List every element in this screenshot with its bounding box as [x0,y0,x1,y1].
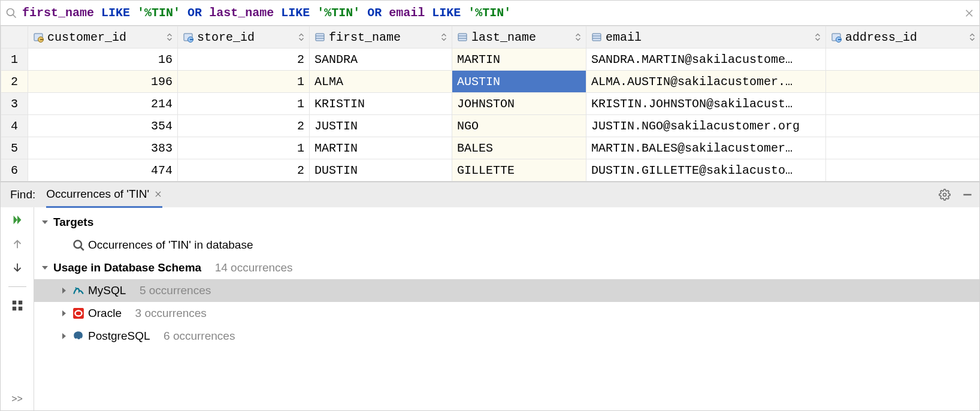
twisty-down-icon[interactable] [40,217,50,227]
column-pk-icon [33,32,44,43]
cell-store_id[interactable]: 2 [178,115,310,137]
sort-icon[interactable] [574,33,582,41]
table-row[interactable]: 53831MARTINBALESMARTIN.BALES@sakilacusto… [1,137,980,159]
cell-address_id[interactable] [826,71,980,93]
column-fk-icon [183,32,193,43]
search-icon [72,239,84,251]
cell-last_name[interactable]: GILLETTE [452,159,586,182]
tree-usage[interactable]: Usage in Database Schema 14 occurrences [34,256,979,279]
column-header-address_id[interactable]: address_id [826,26,980,49]
cell-last_name[interactable]: BALES [452,137,586,159]
row-number-header [1,26,28,49]
cell-store_id[interactable]: 1 [178,137,310,159]
cell-customer_id[interactable]: 16 [28,49,178,71]
cell-address_id[interactable] [826,115,980,137]
column-header-email[interactable]: email [586,26,826,49]
row-number[interactable]: 4 [1,115,28,137]
cell-store_id[interactable]: 1 [178,71,310,93]
cell-email[interactable]: MARTIN.BALES@sakilacustomer… [586,137,826,159]
table-row[interactable]: 64742DUSTINGILLETTEDUSTIN.GILLETTE@sakil… [1,159,980,182]
cell-last_name[interactable]: MARTIN [452,49,586,71]
svg-rect-10 [12,307,16,310]
cell-email[interactable]: DUSTIN.GILLETTE@sakilacusto… [586,159,826,182]
tree-targets[interactable]: Targets [34,211,979,234]
cell-store_id[interactable]: 2 [178,49,310,71]
cell-customer_id[interactable]: 383 [28,137,178,159]
minimize-icon[interactable] [961,189,973,201]
table-row[interactable]: 43542JUSTINNGOJUSTIN.NGO@sakilacustomer.… [1,115,980,137]
column-col-icon [314,32,325,43]
row-number[interactable]: 3 [1,93,28,115]
column-name: first_name [329,31,401,44]
column-header-customer_id[interactable]: customer_id [28,26,178,49]
sort-icon[interactable] [968,33,976,41]
group-icon[interactable] [11,299,24,312]
cell-first_name[interactable]: SANDRA [310,49,452,71]
twisty-right-icon[interactable] [59,309,69,318]
cell-first_name[interactable]: KRISTIN [310,93,452,115]
tree-db-mysql[interactable]: MySQL 5 occurrences [34,279,979,302]
filter-bar: first_name LIKE '%TIN' OR last_name LIKE… [1,1,979,26]
cell-first_name[interactable]: JUSTIN [310,115,452,137]
cell-customer_id[interactable]: 354 [28,115,178,137]
close-icon[interactable] [154,190,162,198]
table-row[interactable]: 1162SANDRAMARTINSANDRA.MARTIN@sakilacust… [1,49,980,71]
tab-occurrences[interactable]: Occurrences of 'TIN' [46,183,162,208]
row-number[interactable]: 2 [1,71,28,93]
cell-address_id[interactable] [826,137,980,159]
svg-rect-8 [12,301,16,304]
twisty-right-icon[interactable] [59,286,69,295]
tree-targets-sub[interactable]: Occurrences of 'TIN' in database [34,234,979,256]
cell-email[interactable]: SANDRA.MARTIN@sakilacustome… [586,49,826,71]
up-arrow-icon[interactable] [11,237,24,250]
row-number[interactable]: 5 [1,137,28,159]
filter-expression[interactable]: first_name LIKE '%TIN' OR last_name LIKE… [22,6,959,20]
find-label: Find: [10,188,35,201]
table-row[interactable]: 32141KRISTINJOHNSTONKRISTIN.JOHNSTON@sak… [1,93,980,115]
svg-rect-9 [18,301,22,304]
column-name: email [606,31,642,44]
column-col-icon [457,32,468,43]
row-number[interactable]: 1 [1,49,28,71]
column-header-store_id[interactable]: store_id [178,26,310,49]
postgres-icon [72,330,84,342]
sort-icon[interactable] [440,33,448,41]
find-tree[interactable]: TargetsOccurrences of 'TIN' in databaseU… [34,207,979,410]
tree-db-oracle[interactable]: Oracle 3 occurrences [34,302,979,325]
cell-address_id[interactable] [826,159,980,182]
twisty-right-icon[interactable] [59,331,69,341]
cell-email[interactable]: JUSTIN.NGO@sakilacustomer.org [586,115,826,137]
cell-first_name[interactable]: MARTIN [310,137,452,159]
cell-customer_id[interactable]: 196 [28,71,178,93]
run-icon[interactable] [11,213,24,226]
column-name: customer_id [47,31,126,44]
row-number[interactable]: 6 [1,159,28,182]
cell-last_name[interactable]: NGO [452,115,586,137]
more-button[interactable]: >> [11,394,23,404]
column-name: address_id [845,31,917,44]
cell-customer_id[interactable]: 474 [28,159,178,182]
cell-email[interactable]: ALMA.AUSTIN@sakilacustomer.… [586,71,826,93]
cell-last_name[interactable]: JOHNSTON [452,93,586,115]
table-row[interactable]: 21961ALMAAUSTINALMA.AUSTIN@sakilacustome… [1,71,980,93]
close-icon[interactable] [964,8,975,19]
cell-customer_id[interactable]: 214 [28,93,178,115]
cell-address_id[interactable] [826,93,980,115]
cell-store_id[interactable]: 1 [178,93,310,115]
column-name: store_id [197,31,255,44]
tree-db-postgres[interactable]: PostgreSQL 6 occurrences [34,325,979,347]
column-header-last_name[interactable]: last_name [452,26,586,49]
down-arrow-icon[interactable] [11,261,24,274]
sort-icon[interactable] [165,33,174,41]
gear-icon[interactable] [939,189,951,201]
cell-email[interactable]: KRISTIN.JOHNSTON@sakilacust… [586,93,826,115]
sort-icon[interactable] [297,33,306,41]
cell-store_id[interactable]: 2 [178,159,310,182]
cell-first_name[interactable]: DUSTIN [310,159,452,182]
cell-first_name[interactable]: ALMA [310,71,452,93]
cell-address_id[interactable] [826,49,980,71]
column-header-first_name[interactable]: first_name [310,26,452,49]
twisty-down-icon[interactable] [40,263,50,273]
cell-last_name[interactable]: AUSTIN [452,71,586,93]
sort-icon[interactable] [813,33,822,41]
